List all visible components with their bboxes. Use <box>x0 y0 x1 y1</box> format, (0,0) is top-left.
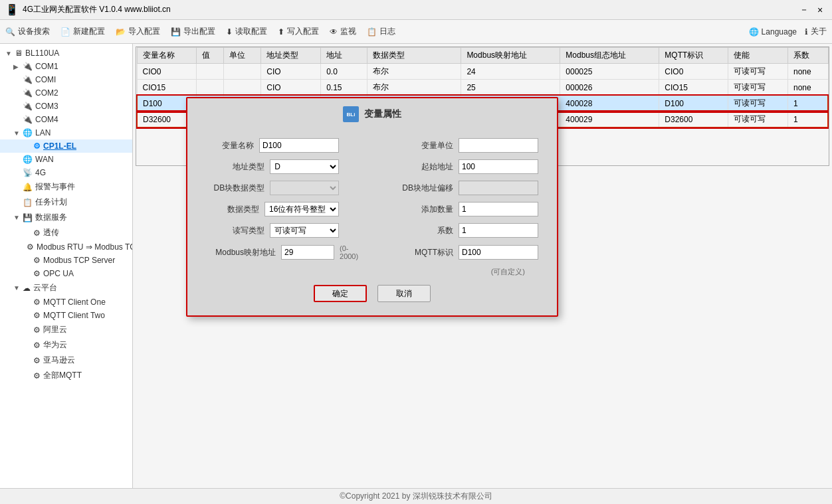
log-button[interactable]: 📋 日志 <box>367 26 395 37</box>
sidebar-item-modbusrtu[interactable]: ⚙ Modbus RTU ⇒ Modbus TCP <box>0 240 132 254</box>
modbusaddr-hint: (0-2000) <box>340 244 365 260</box>
amazon-icon: ⚙ <box>33 356 41 365</box>
modbustcp-icon: ⚙ <box>33 256 41 265</box>
4g-icon: 📡 <box>23 168 33 177</box>
label-modbusaddr: Modbus映射地址 <box>206 247 281 258</box>
close-button[interactable]: × <box>813 3 827 17</box>
sidebar-item-lan[interactable]: ▼ 🌐 LAN <box>0 126 132 139</box>
label-mqttid: MQTT标识 <box>379 247 459 258</box>
dialog-logo: BLi <box>343 106 359 122</box>
com2-icon: 🔌 <box>23 88 33 98</box>
monitor-icon: 👁 <box>330 27 338 37</box>
import-icon: 📂 <box>116 27 126 37</box>
label-rwtype: 读写类型 <box>206 225 270 236</box>
comi-icon: 🔌 <box>23 75 33 84</box>
sidebar-item-wan[interactable]: 🌐 WAN <box>0 153 132 166</box>
dialog-footer: 确定 取消 <box>206 285 538 302</box>
col-varname: 变量名称 <box>137 48 197 64</box>
write-icon: ⬆ <box>278 27 284 37</box>
col-datatype: 数据类型 <box>367 48 461 64</box>
col-addr: 地址 <box>321 48 367 64</box>
select-datatype[interactable]: 16位有符号整型 16位无符号整型 32位有符号整型 布尔 <box>264 202 339 216</box>
com4-icon: 🔌 <box>23 115 33 124</box>
dataservice-icon: 💾 <box>23 213 33 222</box>
info-icon: ℹ <box>805 27 808 37</box>
select-addrtype[interactable]: D CIO W <box>270 159 339 174</box>
device-icon: 🖥 <box>15 48 23 58</box>
aliyun-icon: ⚙ <box>33 325 41 335</box>
col-enable: 使能 <box>728 48 788 64</box>
new-config-button[interactable]: 📄 新建配置 <box>60 26 105 37</box>
about-button[interactable]: ℹ 关于 <box>805 26 827 37</box>
modbusrtu-icon: ⚙ <box>27 242 34 252</box>
input-coeff[interactable] <box>459 223 538 238</box>
col-unit: 单位 <box>223 48 261 64</box>
monitor-button[interactable]: 👁 监视 <box>330 26 356 37</box>
device-search-button[interactable]: 🔍 设备搜索 <box>5 26 50 37</box>
sidebar-item-dataservice[interactable]: ▼ 💾 数据服务 <box>0 210 132 225</box>
com3-icon: 🔌 <box>23 102 33 111</box>
sidebar-item-cloudplatform[interactable]: ▼ ☁ 云平台 <box>0 280 132 295</box>
table-row[interactable]: CIO0CIO0.0布尔24000025CIO0可读可写none <box>137 64 828 80</box>
com1-icon: 🔌 <box>23 62 33 71</box>
select-dbdatatype <box>270 181 339 195</box>
write-config-button[interactable]: ⬆ 写入配置 <box>278 26 319 37</box>
toolbar: 🔍 设备搜索 📄 新建配置 📂 导入配置 💾 导出配置 ⬇ 读取配置 ⬆ 写入配… <box>0 20 832 44</box>
label-addrtype: 地址类型 <box>206 161 270 173</box>
variable-properties-dialog: BLi 变量属性 变量名称 变量单位 地址类型 <box>186 97 558 317</box>
col-addrtype: 地址类型 <box>261 48 321 64</box>
language-button[interactable]: 🌐 Language <box>749 27 797 37</box>
sidebar-item-alarm[interactable]: 🔔 报警与事件 <box>0 179 132 195</box>
input-addcount[interactable] <box>459 202 538 216</box>
label-dbdatatype: DB块数据类型 <box>206 183 270 194</box>
minimize-button[interactable]: － <box>797 3 811 17</box>
sidebar-item-modbustcpserver[interactable]: ⚙ Modbus TCP Server <box>0 254 132 267</box>
input-mqttid[interactable] <box>459 245 538 260</box>
sidebar-item-huaweiyun[interactable]: ⚙ 华为云 <box>0 337 132 353</box>
sidebar-item-mqttone[interactable]: ⚙ MQTT Client One <box>0 295 132 309</box>
wan-icon: 🌐 <box>23 155 33 164</box>
label-varunit: 变量单位 <box>379 140 459 151</box>
sidebar-item-com2[interactable]: 🔌 COM2 <box>0 86 132 100</box>
input-varname[interactable] <box>259 138 339 153</box>
content-area: 变量名称 值 单位 地址类型 地址 数据类型 Modbus映射地址 Modbus… <box>133 44 832 488</box>
sidebar-item-mqtttwo[interactable]: ⚙ MQTT Client Two <box>0 309 132 322</box>
input-modbusaddr[interactable] <box>281 245 334 260</box>
log-icon: 📋 <box>367 27 377 37</box>
read-icon: ⬇ <box>226 27 233 37</box>
select-rwtype[interactable]: 可读可写 只读 只写 <box>270 223 339 238</box>
confirm-button[interactable]: 确定 <box>314 285 367 302</box>
customizable-hint: (可自定义) <box>491 267 525 277</box>
input-varunit[interactable] <box>459 138 538 153</box>
sidebar-item-cp1l-el[interactable]: ⚙ CP1L-EL <box>0 139 132 153</box>
label-datatype: 数据类型 <box>206 204 264 215</box>
sidebar-item-com3[interactable]: 🔌 COM3 <box>0 100 132 113</box>
sidebar-item-4g[interactable]: 📡 4G <box>0 166 132 179</box>
sidebar-item-com1[interactable]: ▶ 🔌 COM1 <box>0 60 132 73</box>
input-dboffset <box>459 181 538 195</box>
allmqtt-icon: ⚙ <box>33 371 41 380</box>
sidebar-item-comi[interactable]: 🔌 COMI <box>0 73 132 86</box>
input-startaddr[interactable] <box>459 159 538 174</box>
import-config-button[interactable]: 📂 导入配置 <box>116 26 160 37</box>
cancel-button[interactable]: 取消 <box>377 285 431 302</box>
label-varname: 变量名称 <box>206 140 259 151</box>
new-icon: 📄 <box>60 27 70 37</box>
sidebar-item-opcua[interactable]: ⚙ OPC UA <box>0 267 132 280</box>
sidebar-item-transparent[interactable]: ⚙ 透传 <box>0 225 132 240</box>
table-row[interactable]: CIO15CIO0.15布尔25000026CIO15可读可写none <box>137 80 828 96</box>
sidebar-item-allmqtt[interactable]: ⚙ 全部MQTT <box>0 368 132 383</box>
col-mqtt: MQTT标识 <box>659 48 728 64</box>
sidebar-item-amazon[interactable]: ⚙ 亚马逊云 <box>0 353 132 368</box>
opcua-icon: ⚙ <box>33 269 41 278</box>
dialog-header: BLi 变量属性 <box>195 106 549 122</box>
read-config-button[interactable]: ⬇ 读取配置 <box>226 26 267 37</box>
sidebar-item-bl110ua[interactable]: ▼ 🖥 BL110UA <box>0 46 132 60</box>
title-bar: 📱 4G工业网关配置软件 V1.0.4 www.bliiot.cn － × <box>0 0 832 20</box>
sidebar-item-task[interactable]: 📋 任务计划 <box>0 195 132 210</box>
sidebar-item-com4[interactable]: 🔌 COM4 <box>0 113 132 126</box>
export-config-button[interactable]: 💾 导出配置 <box>171 26 215 37</box>
mqttone-icon: ⚙ <box>33 297 41 307</box>
huaweiyun-icon: ⚙ <box>33 341 41 350</box>
sidebar-item-aliyun[interactable]: ⚙ 阿里云 <box>0 322 132 337</box>
